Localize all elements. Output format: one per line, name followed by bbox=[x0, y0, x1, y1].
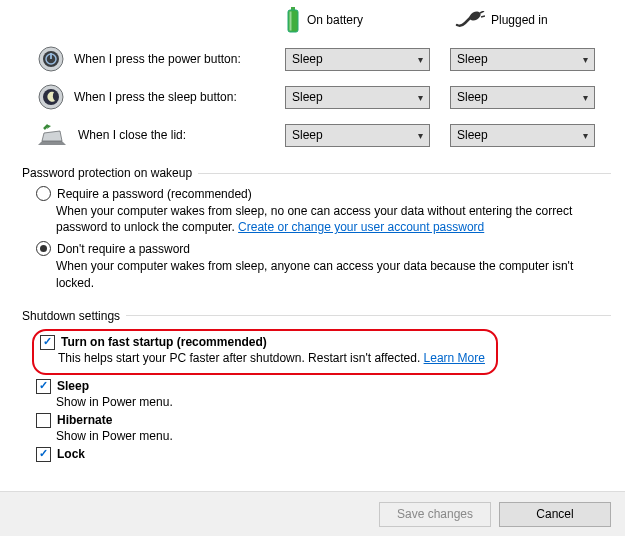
svg-marker-13 bbox=[38, 141, 66, 145]
sleep-button-label: When I press the sleep button: bbox=[74, 90, 237, 104]
create-change-password-link[interactable]: Create or change your user account passw… bbox=[238, 220, 484, 234]
sleep-option: Sleep Show in Power menu. bbox=[36, 379, 625, 409]
plugged-in-header: Plugged in bbox=[455, 11, 605, 29]
fast-startup-checkbox[interactable] bbox=[40, 335, 55, 350]
row-power-button: When I press the power button: Sleep ▾ S… bbox=[0, 40, 625, 78]
plug-icon bbox=[455, 11, 485, 29]
section-title: Password protection on wakeup bbox=[22, 166, 192, 180]
chevron-down-icon: ▾ bbox=[583, 54, 588, 65]
dont-require-password-radio[interactable] bbox=[36, 241, 51, 256]
require-password-option: Require a password (recommended) When yo… bbox=[36, 186, 596, 235]
chevron-down-icon: ▾ bbox=[583, 130, 588, 141]
svg-line-5 bbox=[480, 11, 484, 13]
fast-startup-desc: This helps start your PC faster after sh… bbox=[58, 351, 486, 365]
svg-marker-14 bbox=[42, 131, 62, 141]
svg-rect-3 bbox=[290, 12, 292, 31]
hibernate-checkbox[interactable] bbox=[36, 413, 51, 428]
close-lid-label: When I close the lid: bbox=[78, 128, 186, 142]
dont-require-password-label: Don't require a password bbox=[57, 242, 190, 256]
select-value: Sleep bbox=[457, 90, 488, 104]
sleep-button-plugged-select[interactable]: Sleep ▾ bbox=[450, 86, 595, 109]
power-button-battery-select[interactable]: Sleep ▾ bbox=[285, 48, 430, 71]
lock-label: Lock bbox=[57, 447, 85, 461]
close-lid-plugged-select[interactable]: Sleep ▾ bbox=[450, 124, 595, 147]
sleep-label: Sleep bbox=[57, 379, 89, 393]
on-battery-header: On battery bbox=[285, 7, 435, 33]
require-password-radio[interactable] bbox=[36, 186, 51, 201]
row-close-lid: When I close the lid: Sleep ▾ Sleep ▾ bbox=[0, 116, 625, 154]
learn-more-link[interactable]: Learn More bbox=[424, 351, 485, 365]
sleep-desc: Show in Power menu. bbox=[56, 395, 625, 409]
power-icon bbox=[38, 46, 64, 72]
chevron-down-icon: ▾ bbox=[583, 92, 588, 103]
chevron-down-icon: ▾ bbox=[418, 54, 423, 65]
hibernate-desc: Show in Power menu. bbox=[56, 429, 625, 443]
moon-icon bbox=[38, 84, 64, 110]
chevron-down-icon: ▾ bbox=[418, 130, 423, 141]
dialog-footer: Save changes Cancel bbox=[0, 491, 625, 536]
sleep-button-battery-select[interactable]: Sleep ▾ bbox=[285, 86, 430, 109]
laptop-lid-icon bbox=[38, 123, 68, 147]
select-value: Sleep bbox=[292, 90, 323, 104]
power-options-panel: On battery Plugged in bbox=[0, 0, 625, 462]
require-password-desc: When your computer wakes from sleep, no … bbox=[56, 203, 596, 235]
power-button-plugged-select[interactable]: Sleep ▾ bbox=[450, 48, 595, 71]
close-lid-battery-select[interactable]: Sleep ▾ bbox=[285, 124, 430, 147]
cancel-button[interactable]: Cancel bbox=[499, 502, 611, 527]
chevron-down-icon: ▾ bbox=[418, 92, 423, 103]
power-button-label: When I press the power button: bbox=[74, 52, 241, 66]
dont-require-password-option: Don't require a password When your compu… bbox=[36, 241, 596, 290]
lock-option: Lock bbox=[36, 447, 625, 462]
select-value: Sleep bbox=[292, 52, 323, 66]
svg-line-6 bbox=[481, 16, 485, 17]
hibernate-option: Hibernate Show in Power menu. bbox=[36, 413, 625, 443]
save-changes-button[interactable]: Save changes bbox=[379, 502, 491, 527]
require-password-label: Require a password (recommended) bbox=[57, 187, 252, 201]
on-battery-label: On battery bbox=[307, 13, 363, 27]
lock-checkbox[interactable] bbox=[36, 447, 51, 462]
battery-icon bbox=[285, 7, 301, 33]
fast-startup-label: Turn on fast startup (recommended) bbox=[61, 335, 267, 349]
password-section-header: Password protection on wakeup bbox=[22, 166, 625, 180]
select-value: Sleep bbox=[457, 52, 488, 66]
plugged-in-label: Plugged in bbox=[491, 13, 548, 27]
shutdown-section-header: Shutdown settings bbox=[22, 309, 625, 323]
select-value: Sleep bbox=[292, 128, 323, 142]
sleep-checkbox[interactable] bbox=[36, 379, 51, 394]
fast-startup-highlight: Turn on fast startup (recommended) This … bbox=[32, 329, 498, 375]
hibernate-label: Hibernate bbox=[57, 413, 112, 427]
dont-require-password-desc: When your computer wakes from sleep, any… bbox=[56, 258, 596, 290]
column-headers: On battery Plugged in bbox=[0, 0, 625, 40]
section-title: Shutdown settings bbox=[22, 309, 120, 323]
select-value: Sleep bbox=[457, 128, 488, 142]
row-sleep-button: When I press the sleep button: Sleep ▾ S… bbox=[0, 78, 625, 116]
